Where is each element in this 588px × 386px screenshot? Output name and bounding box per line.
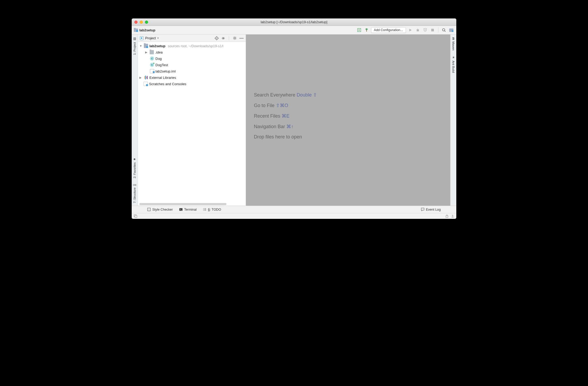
gear-icon[interactable] [233,36,237,40]
iml-file-icon [150,69,154,73]
locate-icon[interactable] [215,36,219,40]
build-icon[interactable] [364,27,369,33]
chevron-right-icon[interactable]: ▶ [139,76,143,79]
hint-shortcut: ⌘E [282,113,290,119]
libraries-icon [144,75,148,80]
tool-window-ant-label: Ant Build [452,61,455,73]
hint-goto-file: Go to File ⇧⌘O [254,103,317,108]
tree-item-dogtest[interactable]: C DogTest [138,62,246,68]
module-folder-icon [144,44,148,48]
tool-window-project-label: 1: Project [133,42,136,55]
tree-item-label: DogTest [155,63,168,67]
chevron-down-icon[interactable]: ▼ [139,44,143,47]
tool-window-structure-label: 7: Structure [133,187,136,203]
tree-root-meta: sources root, ~/Downloads/sp19-s1/l [168,44,224,48]
project-view-label[interactable]: Project [145,36,156,40]
svg-marker-10 [425,29,426,31]
hide-icon[interactable]: — [239,36,244,41]
tab-label: Event Log [426,208,441,211]
java-class-icon: C [150,56,154,61]
tree-item-label: Scratches and Consoles [149,82,186,86]
dropdown-icon[interactable]: ▾ [157,36,159,40]
svg-line-8 [416,31,417,31]
separator [438,27,438,33]
event-log-icon [421,208,424,211]
collapse-all-icon[interactable] [221,36,225,40]
folder-icon [150,50,154,54]
window-title: lab2setup [~/Downloads/sp19-s1/lab2setup… [132,20,456,24]
lock-icon[interactable] [445,214,448,218]
svg-point-4 [417,29,419,31]
structure-icon: ⣿ [133,184,136,186]
svg-rect-44 [446,216,448,218]
debug-icon[interactable] [415,27,421,33]
project-sidebar-header: Project ▾ — [138,35,246,42]
ide-window: lab2setup [~/Downloads/sp19-s1/lab2setup… [132,18,456,219]
run-config-button[interactable]: Add Configuration... [371,27,406,33]
tab-style-checker[interactable]: ! Style Checker [147,208,173,211]
svg-text:>_: >_ [180,209,182,211]
hector-icon[interactable] [451,214,454,218]
hint-drop-files: Drop files here to open [254,134,317,140]
svg-line-31 [236,37,236,37]
hint-text: Drop files here to open [254,134,302,139]
svg-marker-1 [359,29,360,31]
tree-root[interactable]: ▼ lab2setup sources root, ~/Downloads/sp… [138,43,246,49]
tool-window-ant[interactable]: ☀ Ant Build [452,53,455,75]
hint-search-everywhere: Search Everywhere Double ⇧ [254,92,317,98]
tree-item-iml[interactable]: lab2setup.iml [138,68,246,74]
module-folder-icon [134,28,138,32]
tree-scratches[interactable]: Scratches and Consoles [138,81,246,87]
empty-editor-hints: Search Everywhere Double ⇧ Go to File ⇧⌘… [254,92,317,140]
tree-item-dog[interactable]: C Dog [138,55,246,62]
nav-bar: lab2setup Add Configuration... [132,26,456,35]
hint-shortcut: Double ⇧ [297,92,317,98]
svg-marker-3 [409,29,412,31]
svg-rect-11 [431,29,434,31]
svg-point-17 [216,38,217,38]
tool-window-favorites-label: 2: Favorites [133,162,136,178]
tool-window-maven[interactable]: m Maven [452,35,455,53]
tab-label: Terminal [184,208,197,211]
editor-area[interactable]: Search Everywhere Double ⇧ Go to File ⇧⌘… [246,35,450,206]
stop-icon[interactable] [430,27,435,33]
terminal-icon: >_ [179,208,183,211]
hint-text: Recent Files [254,113,280,119]
tab-label-mnemonic: 6 [208,208,210,211]
hint-text: Navigation Bar [254,124,285,129]
tree-item-idea[interactable]: ▶ .idea [138,49,246,55]
coverage-icon[interactable] [422,27,428,33]
tree-item-label: External Libraries [149,76,176,80]
tool-window-project[interactable]: 1: Project ▥ [133,35,136,58]
right-gutter: m Maven ☀ Ant Build [450,35,456,206]
style-checker-icon: ! [147,208,151,211]
tab-label: : TODO [210,208,221,211]
run-icon[interactable] [407,27,413,33]
search-icon[interactable] [441,27,447,33]
svg-line-30 [234,39,234,39]
tab-terminal[interactable]: >_ Terminal [179,208,197,211]
run-with-coverage-icon[interactable] [356,27,362,33]
bottom-tool-tabs: ! Style Checker >_ Terminal 6: TODO Even… [132,206,456,213]
svg-text:!: ! [149,209,149,211]
windows-icon[interactable] [134,214,137,218]
folder-grey-icon: ▥ [133,37,136,41]
tree-item-label: Dog [155,57,162,61]
hint-recent-files: Recent Files ⌘E [254,113,317,119]
maven-icon: m [452,37,455,40]
horizontal-scrollbar[interactable] [139,203,226,205]
tree-external-libraries[interactable]: ▶ External Libraries [138,74,246,81]
tab-event-log[interactable]: Event Log [421,208,441,211]
svg-rect-2 [366,30,367,32]
tool-window-favorites[interactable]: 2: Favorites ★ [133,155,136,181]
svg-line-9 [419,31,419,31]
project-structure-icon[interactable] [448,27,454,33]
breadcrumb[interactable]: lab2setup [134,28,155,32]
tool-window-structure[interactable]: 7: Structure ⣿ [133,181,136,206]
tree-root-name: lab2setup [149,44,165,48]
chevron-right-icon[interactable]: ▶ [145,51,148,54]
tab-todo[interactable]: 6: TODO [203,208,221,211]
status-bar [132,213,456,219]
project-tree[interactable]: ▼ lab2setup sources root, ~/Downloads/sp… [138,42,246,206]
svg-point-12 [443,29,445,31]
